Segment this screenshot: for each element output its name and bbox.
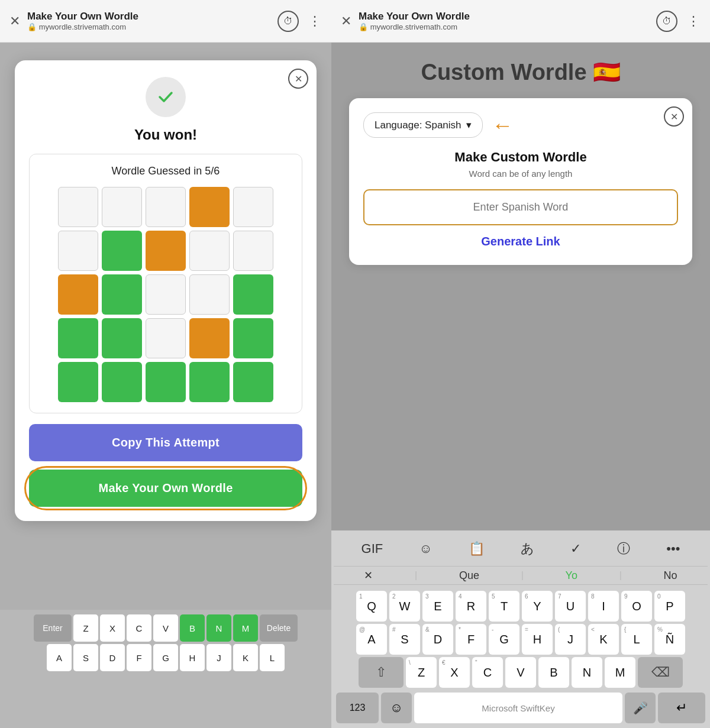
key-h[interactable]: =H xyxy=(522,624,553,655)
key-j[interactable]: (J xyxy=(555,624,586,655)
mic-key[interactable]: 🎤 xyxy=(625,693,656,723)
key-z[interactable]: \Z xyxy=(406,657,437,688)
key-a[interactable]: @A xyxy=(356,624,387,655)
key-q[interactable]: 1Q xyxy=(356,591,387,622)
wordle-cell xyxy=(58,318,98,358)
s-key[interactable]: S xyxy=(73,644,98,671)
key-p[interactable]: 0P xyxy=(654,591,685,622)
j-key[interactable]: J xyxy=(206,644,231,671)
shift-key[interactable]: ⇧ xyxy=(359,657,404,688)
b-key[interactable]: B xyxy=(180,614,205,642)
numeric-key[interactable]: 123 xyxy=(336,693,379,723)
key-m[interactable]: M xyxy=(605,657,635,688)
z-key[interactable]: Z xyxy=(73,614,98,642)
left-browser-bar: ✕ Make Your Own Wordle 🔒 mywordle.strive… xyxy=(0,0,331,43)
key-x[interactable]: €X xyxy=(439,657,470,688)
a-key[interactable]: A xyxy=(47,644,72,671)
enter-key[interactable]: Enter xyxy=(34,614,72,642)
key-v[interactable]: V xyxy=(505,657,536,688)
key-r[interactable]: 4R xyxy=(456,591,486,622)
wordle-cell xyxy=(233,274,273,315)
backspace-key[interactable]: ⌫ xyxy=(638,657,683,688)
key-l[interactable]: {L xyxy=(621,624,652,655)
language-dropdown[interactable]: Language: Spanish ▾ xyxy=(363,112,483,138)
key-t[interactable]: 5T xyxy=(489,591,519,622)
more-icon[interactable]: ••• xyxy=(666,541,680,556)
left-menu-dots[interactable]: ⋮ xyxy=(308,14,322,29)
left-close-icon[interactable]: ✕ xyxy=(9,14,20,29)
suggestion-yo[interactable]: Yo xyxy=(566,570,577,582)
wordle-row xyxy=(58,362,273,402)
key-e[interactable]: 3E xyxy=(422,591,453,622)
right-panel: ✕ Make Your Own Wordle 🔒 mywordle.strive… xyxy=(331,0,710,728)
info-icon[interactable]: ⓘ xyxy=(617,540,630,558)
dismiss-suggestion-icon[interactable]: ✕ xyxy=(364,569,373,582)
right-modal-close-button[interactable]: ✕ xyxy=(664,106,684,127)
wordle-cell xyxy=(102,187,142,227)
x-key[interactable]: X xyxy=(100,614,125,642)
delete-key[interactable]: Delete xyxy=(260,614,298,642)
key-s[interactable]: #S xyxy=(389,624,420,655)
left-browser-icons: ⏱ ⋮ xyxy=(277,11,322,32)
suggestion-no[interactable]: No xyxy=(664,570,677,582)
page-title: Custom Wordle 🇪🇸 xyxy=(421,59,620,85)
suggestion-que[interactable]: Que xyxy=(459,570,479,582)
make-your-own-wordle-button[interactable]: Make Your Own Wordle xyxy=(29,470,302,507)
key-o[interactable]: 9O xyxy=(621,591,652,622)
wordle-cell xyxy=(58,187,98,227)
check-circle-icon xyxy=(146,77,186,117)
space-key[interactable]: Microsoft SwiftKey xyxy=(414,693,622,723)
h-key[interactable]: H xyxy=(180,644,205,671)
n-key[interactable]: N xyxy=(206,614,231,642)
f-key[interactable]: F xyxy=(127,644,151,671)
dropdown-chevron-icon: ▾ xyxy=(466,119,472,131)
m-key[interactable]: M xyxy=(233,614,258,642)
right-menu-dots[interactable]: ⋮ xyxy=(687,14,701,29)
g-key[interactable]: G xyxy=(153,644,178,671)
right-browser-icons: ⏱ ⋮ xyxy=(656,11,701,32)
wordle-cell xyxy=(58,362,98,402)
spanish-word-input[interactable] xyxy=(363,189,678,225)
d-key[interactable]: D xyxy=(100,644,125,671)
return-key[interactable]: ↵ xyxy=(658,693,705,723)
key-y[interactable]: 6Y xyxy=(522,591,553,622)
key-c[interactable]: "C xyxy=(472,657,503,688)
wordle-cell xyxy=(189,274,230,315)
key-i[interactable]: 8I xyxy=(588,591,619,622)
c-key[interactable]: C xyxy=(127,614,151,642)
custom-wordle-card: ✕ Language: Spanish ▾ ← Make Custom Word… xyxy=(349,98,692,265)
right-browser-bar: ✕ Make Your Own Wordle 🔒 mywordle.strive… xyxy=(331,0,710,43)
k-key[interactable]: K xyxy=(233,644,258,671)
generate-link-button[interactable]: Generate Link xyxy=(363,235,678,248)
copy-attempt-button[interactable]: Copy This Attempt xyxy=(29,424,302,461)
key-b[interactable]: B xyxy=(538,657,569,688)
l-key[interactable]: L xyxy=(260,644,285,671)
translate-icon[interactable]: あ xyxy=(521,540,534,558)
keyboard-bottom-row: 123 ☺ Microsoft SwiftKey 🎤 ↵ xyxy=(334,693,708,726)
key-n[interactable]: N xyxy=(572,657,602,688)
right-browser-title: Make Your Own Wordle xyxy=(359,11,649,22)
key-n-tilde[interactable]: %Ñ xyxy=(654,624,685,655)
emoji-key[interactable]: ☺ xyxy=(381,693,412,723)
check-icon[interactable]: ✓ xyxy=(570,541,581,556)
gif-icon[interactable]: GIF xyxy=(362,541,383,556)
v-key[interactable]: V xyxy=(153,614,178,642)
right-timer-icon[interactable]: ⏱ xyxy=(656,11,677,32)
right-close-icon[interactable]: ✕ xyxy=(341,14,351,29)
you-won-title: You won! xyxy=(29,127,302,143)
key-w[interactable]: 2W xyxy=(389,591,420,622)
wordle-cell xyxy=(102,231,142,271)
key-d[interactable]: &D xyxy=(422,624,453,655)
left-timer-icon[interactable]: ⏱ xyxy=(277,11,299,32)
left-content: ✕ You won! Wordle Guessed in 5/6 xyxy=(0,43,331,610)
modal-close-button[interactable]: ✕ xyxy=(288,69,308,89)
keyboard-row-1: Enter Z X C V B N M Delete xyxy=(2,614,329,642)
key-k[interactable]: <K xyxy=(588,624,619,655)
key-u[interactable]: 7U xyxy=(555,591,586,622)
right-browser-url: 🔒 mywordle.strivemath.com xyxy=(359,22,649,31)
wordle-score: Wordle Guessed in 5/6 xyxy=(39,165,292,177)
clipboard-icon[interactable]: 📋 xyxy=(469,541,485,556)
emoji-icon[interactable]: ☺ xyxy=(419,541,432,556)
key-g[interactable]: -G xyxy=(489,624,519,655)
key-f[interactable]: *F xyxy=(456,624,486,655)
